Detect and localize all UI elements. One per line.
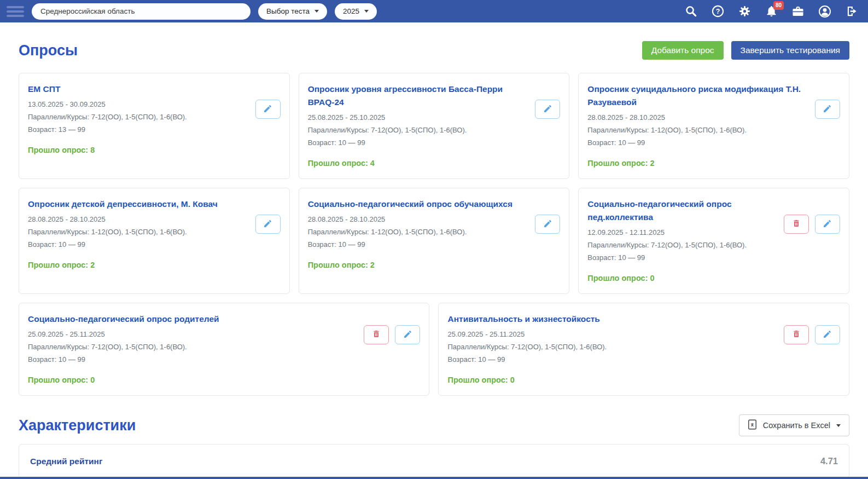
survey-card: Социально-педагогический опрос родителей… — [19, 303, 429, 396]
survey-title: Опросник суицидального риска модификация… — [587, 83, 840, 109]
svg-text:x̄: x̄ — [751, 422, 754, 428]
add-survey-button[interactable]: Добавить опрос — [642, 41, 724, 60]
excel-file-icon: x̄ — [748, 419, 757, 431]
logout-icon[interactable] — [845, 5, 858, 18]
settings-gear-icon[interactable] — [738, 5, 751, 18]
delete-survey-button[interactable] — [784, 215, 809, 234]
survey-passed: Прошло опрос: 0 — [447, 376, 840, 384]
pencil-icon — [263, 219, 272, 230]
survey-parallels: Параллели/Курсы: 7-12(ОО), 1-5(СПО), 1-6… — [28, 113, 281, 121]
briefcase-icon[interactable] — [791, 5, 805, 18]
help-icon[interactable]: ? — [711, 5, 724, 18]
survey-card: ЕМ СПТ 13.05.2025 - 30.09.2025 Параллели… — [19, 73, 290, 179]
survey-parallels: Параллели/Курсы: 7-12(ОО), 1-5(СПО), 1-6… — [587, 241, 840, 249]
survey-passed-count: 0 — [650, 274, 655, 282]
pencil-icon — [543, 104, 552, 115]
hamburger-menu-icon[interactable] — [7, 4, 24, 19]
svg-text:?: ? — [715, 8, 720, 15]
chevron-down-icon — [836, 424, 841, 427]
characteristic-value: 4.71 — [820, 456, 838, 466]
survey-parallels: Параллели/Курсы: 7-12(ОО), 1-5(СПО), 1-6… — [447, 343, 840, 351]
survey-age: Возраст: 10 — 99 — [587, 253, 840, 262]
edit-survey-button[interactable] — [815, 325, 840, 344]
region-input[interactable] — [32, 3, 251, 20]
trash-icon — [372, 330, 381, 340]
survey-passed-count: 0 — [510, 376, 515, 384]
survey-title: Антивитальность и жизнестойкость — [447, 313, 840, 326]
survey-passed-count: 2 — [90, 261, 95, 269]
survey-passed-count: 2 — [370, 261, 375, 269]
survey-card: Социально-педагогический опрос обучающих… — [299, 188, 570, 294]
survey-passed: Прошло опрос: 2 — [587, 159, 840, 168]
chevron-down-icon — [314, 10, 319, 13]
edit-survey-button[interactable] — [535, 100, 560, 119]
trash-icon — [792, 330, 801, 340]
delete-survey-button[interactable] — [784, 325, 809, 344]
survey-age: Возраст: 10 — 99 — [587, 138, 840, 147]
survey-title: ЕМ СПТ — [28, 83, 281, 96]
survey-card: Опросник суицидального риска модификация… — [578, 73, 849, 179]
survey-age: Возраст: 10 — 99 — [308, 240, 561, 249]
survey-card: Антивитальность и жизнестойкость 25.09.2… — [438, 303, 849, 396]
survey-dates: 25.08.2025 - 25.10.2025 — [308, 113, 561, 122]
save-to-excel-button[interactable]: x̄ Сохранить в Excel — [739, 414, 849, 436]
survey-passed: Прошло опрос: 8 — [28, 146, 281, 154]
survey-passed-count: 4 — [370, 159, 375, 168]
survey-card: Опросник детской депрессивности, М. Кова… — [19, 188, 290, 294]
survey-passed-count: 8 — [90, 146, 95, 154]
survey-age: Возраст: 10 — 99 — [28, 355, 420, 363]
top-navbar: Выбор теста 2025 ? — [0, 0, 868, 22]
edit-survey-button[interactable] — [815, 215, 840, 234]
survey-dates: 28.08.2025 - 28.10.2025 — [308, 215, 561, 223]
edit-survey-button[interactable] — [255, 100, 281, 119]
survey-card: Социально-педагогический опрос пед.колле… — [578, 188, 849, 294]
survey-age: Возраст: 10 — 99 — [308, 138, 561, 147]
pencil-icon — [823, 104, 832, 115]
edit-survey-button[interactable] — [395, 325, 420, 344]
edit-survey-button[interactable] — [255, 215, 281, 234]
finish-testing-button[interactable]: Завершить тестирования — [731, 41, 849, 60]
pencil-icon — [403, 330, 412, 341]
survey-parallels: Параллели/Курсы: 7-12(ОО), 1-5(СПО), 1-6… — [308, 126, 561, 134]
survey-title: Опросник уровня агрессивности Басса-Перр… — [308, 83, 561, 109]
survey-parallels: Параллели/Курсы: 1-12(ОО), 1-5(СПО), 1-6… — [587, 126, 840, 134]
trash-icon — [792, 219, 801, 229]
characteristics-title: Характеристики — [19, 417, 136, 434]
survey-passed: Прошло опрос: 2 — [308, 261, 561, 269]
user-profile-icon[interactable] — [818, 5, 831, 18]
pencil-icon — [263, 104, 272, 115]
edit-survey-button[interactable] — [815, 100, 840, 119]
survey-title: Социально-педагогический опрос родителей — [28, 313, 420, 326]
year-select[interactable]: 2025 — [335, 3, 377, 20]
survey-passed-count: 2 — [650, 159, 655, 168]
survey-dates: 28.08.2025 - 28.10.2025 — [587, 113, 840, 122]
pencil-icon — [823, 330, 832, 341]
delete-survey-button[interactable] — [364, 325, 389, 344]
test-select[interactable]: Выбор теста — [258, 3, 327, 20]
survey-parallels: Параллели/Курсы: 1-12(ОО), 1-5(СПО), 1-6… — [308, 228, 561, 236]
survey-parallels: Параллели/Курсы: 1-12(ОО), 1-5(СПО), 1-6… — [28, 228, 281, 236]
survey-passed: Прошло опрос: 4 — [308, 159, 561, 168]
search-icon[interactable] — [684, 5, 697, 18]
survey-dates: 25.09.2025 - 25.11.2025 — [447, 330, 840, 338]
survey-passed: Прошло опрос: 0 — [28, 376, 420, 384]
excel-button-label: Сохранить в Excel — [763, 421, 830, 430]
notifications-bell-icon[interactable]: 80 — [765, 5, 778, 18]
survey-cards-grid: ЕМ СПТ 13.05.2025 - 30.09.2025 Параллели… — [19, 73, 849, 396]
survey-dates: 13.05.2025 - 30.09.2025 — [28, 100, 281, 108]
survey-dates: 25.09.2025 - 25.11.2025 — [28, 330, 420, 338]
characteristic-label: Средний рейтинг — [30, 457, 102, 466]
survey-dates: 28.08.2025 - 28.10.2025 — [28, 215, 281, 223]
edit-survey-button[interactable] — [535, 215, 560, 234]
survey-title: Социально-педагогический опрос обучающих… — [308, 198, 561, 211]
survey-parallels: Параллели/Курсы: 7-12(ОО), 1-5(СПО), 1-6… — [28, 343, 420, 351]
page-title: Опросы — [19, 42, 78, 59]
year-select-label: 2025 — [343, 7, 359, 15]
chevron-down-icon — [364, 10, 369, 13]
notification-count-badge: 80 — [773, 1, 784, 10]
survey-title: Опросник детской депрессивности, М. Кова… — [28, 198, 281, 211]
survey-card: Опросник уровня агрессивности Басса-Перр… — [299, 73, 570, 179]
survey-age: Возраст: 10 — 99 — [28, 240, 281, 249]
survey-age: Возраст: 10 — 99 — [447, 355, 840, 363]
survey-passed: Прошло опрос: 2 — [28, 261, 281, 269]
